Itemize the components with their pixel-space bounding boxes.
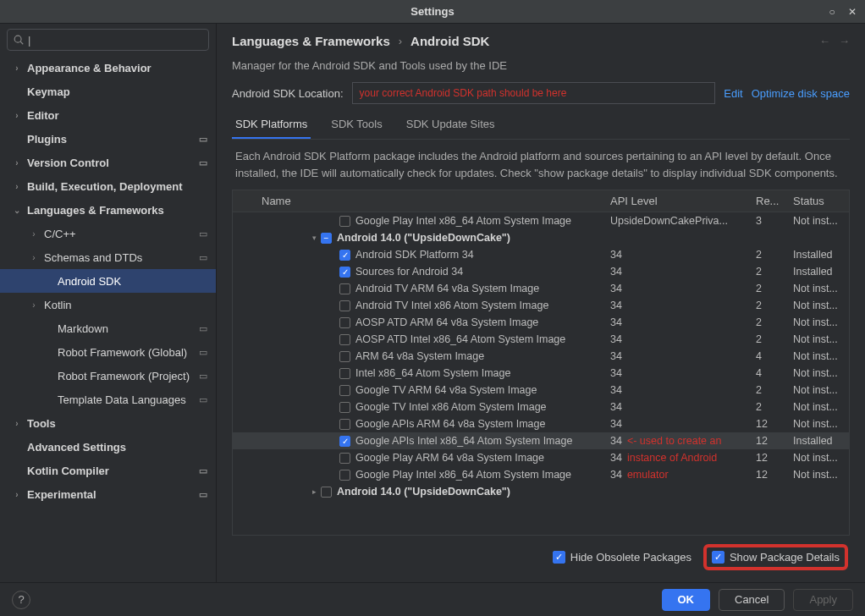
table-row[interactable]: Google TV Intel x86 Atom System Image342… (233, 399, 849, 415)
table-row[interactable]: AOSP ATD ARM 64 v8a System Image342Not i… (233, 314, 849, 331)
row-name: Sources for Android 34 (355, 266, 463, 278)
checkbox[interactable] (339, 453, 350, 464)
table-row[interactable]: ARM 64 v8a System Image344Not inst... (233, 348, 849, 365)
sidebar-item[interactable]: ›Kotlin (0, 293, 216, 316)
table-row[interactable]: AOSP ATD Intel x86_64 Atom System Image3… (233, 331, 849, 348)
chevron-icon: › (29, 253, 39, 262)
tab[interactable]: SDK Platforms (232, 111, 311, 139)
sidebar-item[interactable]: ›C/C++▭ (0, 222, 216, 245)
sidebar-item[interactable]: ·Markdown▭ (0, 316, 216, 340)
show-details-checkbox[interactable]: ✓ Show Package Details (712, 551, 840, 564)
table-row[interactable]: Intel x86_64 Atom System Image344Not ins… (233, 365, 849, 382)
table-row[interactable]: Google APIs ARM 64 v8a System Image3412N… (233, 415, 849, 432)
row-rev: 2 (751, 300, 788, 311)
checkbox[interactable]: ✓ (339, 250, 350, 261)
edit-link[interactable]: Edit (724, 87, 742, 100)
checkbox[interactable] (339, 419, 350, 430)
checkbox[interactable] (339, 402, 350, 413)
optimize-link[interactable]: Optimize disk space (752, 87, 850, 100)
checkbox[interactable] (339, 351, 350, 362)
sidebar-item-label: Markdown (58, 322, 108, 335)
sidebar-item[interactable]: ·Robot Framework (Global)▭ (0, 340, 216, 364)
checkbox[interactable] (339, 283, 350, 294)
col-api[interactable]: API Level (605, 195, 751, 207)
sidebar-item-label: Robot Framework (Global) (58, 346, 187, 359)
checkbox[interactable] (339, 334, 350, 345)
sidebar-item[interactable]: ·Robot Framework (Project)▭ (0, 364, 216, 388)
sidebar-item[interactable]: ·Kotlin Compiler▭ (0, 459, 216, 482)
sidebar-item[interactable]: ·Android SDK (0, 269, 216, 293)
sidebar-item[interactable]: ·Plugins▭ (0, 127, 216, 151)
checkbox[interactable] (339, 385, 350, 396)
expand-icon[interactable]: ▾ (309, 234, 319, 242)
col-status[interactable]: Status (788, 195, 849, 207)
sidebar-item[interactable]: ⌄Languages & Frameworks (0, 198, 216, 222)
checkbox-icon: ✓ (553, 551, 565, 564)
row-name: Android TV Intel x86 Atom System Image (355, 300, 548, 311)
breadcrumb-seg2: Android SDK (410, 34, 489, 48)
help-button[interactable]: ? (12, 591, 30, 609)
table-row[interactable]: ✓Android SDK Platform 34342Installed (233, 246, 849, 263)
table-header: Name API Level Re... Status (233, 190, 849, 212)
checkbox[interactable] (339, 216, 350, 227)
row-rev: 2 (751, 266, 788, 278)
sidebar-item[interactable]: ·Template Data Languages▭ (0, 388, 216, 411)
minimize-icon[interactable]: ○ (826, 6, 838, 18)
cancel-button[interactable]: Cancel (719, 589, 785, 611)
table-row[interactable]: Android TV Intel x86 Atom System Image34… (233, 297, 849, 314)
breadcrumb-seg1[interactable]: Languages & Frameworks (232, 34, 390, 48)
row-rev: 12 (751, 435, 788, 447)
tab[interactable]: SDK Update Sites (403, 111, 499, 139)
row-status: Not inst... (788, 316, 849, 328)
checkbox[interactable]: ✓ (339, 267, 350, 278)
chevron-icon: › (12, 111, 22, 120)
row-rev: 4 (751, 350, 788, 362)
forward-arrow-icon[interactable]: → (839, 35, 850, 47)
close-icon[interactable]: ✕ (846, 6, 858, 18)
sidebar-item[interactable]: ›Editor (0, 103, 216, 127)
checkbox[interactable] (339, 300, 350, 311)
hide-obsolete-checkbox[interactable]: ✓ Hide Obsolete Packages (553, 551, 691, 564)
checkbox[interactable] (339, 368, 350, 379)
col-name[interactable]: Name (233, 195, 605, 207)
checkbox[interactable] (339, 317, 350, 328)
sidebar-item-label: Keymap (27, 85, 70, 98)
row-api: 34 (605, 300, 751, 311)
expand-icon[interactable]: ▸ (309, 487, 319, 496)
checkbox[interactable] (339, 470, 350, 481)
checkbox[interactable] (321, 487, 332, 498)
row-rev: 3 (751, 215, 788, 227)
sidebar-item[interactable]: ›Appearance & Behavior (0, 56, 216, 80)
row-api: 34 (605, 418, 751, 430)
sidebar-item[interactable]: ›Version Control▭ (0, 151, 216, 174)
table-row[interactable]: Google TV ARM 64 v8a System Image342Not … (233, 382, 849, 399)
sidebar-item[interactable]: ›Schemas and DTDs▭ (0, 245, 216, 269)
table-row[interactable]: Android TV ARM 64 v8a System Image342Not… (233, 280, 849, 297)
row-api: 34 (605, 316, 751, 328)
table-row[interactable]: ▸Android 14.0 ("UpsideDownCake") (233, 483, 849, 500)
checkbox[interactable]: − (321, 233, 332, 244)
sdk-location-field[interactable]: your correct Android SDK path should be … (352, 82, 716, 104)
table-row[interactable]: ▾−Android 14.0 ("UpsideDownCake") (233, 229, 849, 246)
table-row[interactable]: Google Play Intel x86_64 Atom System Ima… (233, 466, 849, 483)
checkbox[interactable]: ✓ (339, 436, 350, 447)
sidebar-item[interactable]: ›Build, Execution, Deployment (0, 174, 216, 198)
back-arrow-icon[interactable]: ← (819, 35, 830, 47)
table-row[interactable]: ✓Sources for Android 34342Installed (233, 263, 849, 280)
sidebar-item[interactable]: ·Advanced Settings (0, 435, 216, 459)
sidebar-item-label: Experimental (27, 488, 96, 501)
ok-button[interactable]: OK (662, 589, 711, 611)
sdk-location-row: Android SDK Location: your correct Andro… (232, 82, 850, 104)
table-row[interactable]: ✓Google APIs Intel x86_64 Atom System Im… (233, 432, 849, 449)
table-row[interactable]: Google Play ARM 64 v8a System Image34ins… (233, 449, 849, 466)
table-row[interactable]: Google Play Intel x86_64 Atom System Ima… (233, 212, 849, 229)
search-input[interactable]: | (7, 29, 209, 51)
col-rev[interactable]: Re... (751, 195, 788, 207)
sidebar-item[interactable]: ·Keymap (0, 80, 216, 103)
row-status: Not inst... (788, 469, 849, 481)
manager-description: Manager for the Android SDK and Tools us… (232, 58, 850, 74)
sidebar-item[interactable]: ›Tools (0, 411, 216, 435)
sidebar-item[interactable]: ›Experimental▭ (0, 482, 216, 506)
table-body[interactable]: Google Play Intel x86_64 Atom System Ima… (233, 212, 849, 535)
tab[interactable]: SDK Tools (328, 111, 385, 139)
